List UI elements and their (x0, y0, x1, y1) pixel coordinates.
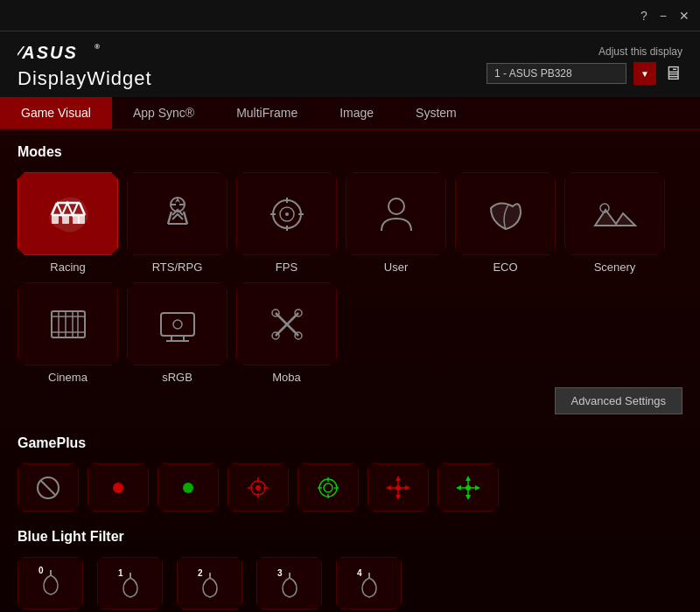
svg-line-35 (41, 481, 55, 495)
blf-level2-btn: 2 (177, 557, 242, 609)
blf-off-btn: 0 (18, 557, 83, 609)
mode-srgb[interactable]: sRGB (127, 282, 228, 384)
mode-fps-label: FPS (276, 261, 298, 274)
svg-text:1: 1 (118, 568, 123, 578)
mode-rts-rpg[interactable]: RTS/RPG (127, 172, 228, 274)
gameplus-dot-green[interactable] (158, 463, 219, 511)
blf-level3-btn: 3 (256, 557, 322, 609)
display-dropdown-row: 1 - ASUS PB328 ▼ 🖥 (486, 62, 682, 85)
svg-marker-59 (466, 476, 471, 481)
mode-eco-icon-box (455, 172, 556, 255)
app-title: DisplayWidget (18, 67, 152, 90)
help-button[interactable]: ? (640, 9, 648, 23)
minimize-button[interactable]: − (660, 9, 667, 23)
header: ⁄ASUS ® DisplayWidget Adjust this displa… (0, 31, 700, 97)
logo-area: ⁄ASUS ® DisplayWidget (18, 40, 152, 90)
mode-rts-rpg-icon-box (127, 172, 228, 255)
tab-image[interactable]: Image (318, 97, 395, 129)
advanced-row: Advanced Settings (18, 394, 682, 423)
mode-fps-icon-box (236, 172, 337, 255)
svg-point-56 (396, 485, 401, 490)
mode-cinema-icon-box (18, 282, 118, 365)
svg-marker-55 (405, 485, 410, 490)
gameplus-crosshair-2[interactable] (298, 463, 359, 511)
blf-level1[interactable]: 1 Level 1 (97, 557, 163, 612)
tab-game-visual[interactable]: Game Visual (0, 97, 112, 129)
mode-eco[interactable]: ECO (455, 172, 556, 274)
svg-text:2: 2 (198, 568, 203, 578)
svg-marker-60 (466, 495, 471, 500)
mode-user-icon-box (346, 172, 446, 255)
nav-tabs: Game Visual App Sync® MultiFrame Image S… (0, 97, 700, 130)
blf-level4[interactable]: 4 Level 4 (336, 557, 402, 612)
svg-marker-53 (396, 495, 401, 500)
svg-marker-54 (386, 485, 391, 490)
gameplus-off[interactable] (18, 463, 79, 511)
mode-fps[interactable]: FPS (236, 172, 337, 274)
mode-srgb-label: sRGB (162, 371, 192, 384)
svg-marker-61 (456, 485, 461, 490)
svg-point-27 (173, 320, 182, 329)
svg-text:⁄ASUS: ⁄ASUS (18, 43, 78, 62)
svg-point-36 (113, 483, 123, 493)
svg-marker-62 (475, 485, 480, 490)
dropdown-arrow-icon[interactable]: ▼ (634, 62, 656, 85)
svg-point-37 (183, 483, 193, 493)
gameplus-row (18, 463, 682, 511)
gameplus-move-1[interactable] (368, 463, 429, 511)
gameplus-crosshair-1[interactable] (228, 463, 289, 511)
display-label: Adjust this display (598, 45, 682, 58)
svg-rect-16 (52, 311, 85, 337)
blf-level3[interactable]: 3 Level 3 (256, 557, 322, 612)
mode-scenery-label: Scenery (594, 261, 636, 274)
blf-level4-btn: 4 (336, 557, 402, 609)
gameplus-move-2[interactable] (438, 463, 499, 511)
mode-racing[interactable]: Racing (18, 172, 118, 274)
svg-point-14 (388, 198, 404, 214)
blf-level2[interactable]: 2 Level 2 (177, 557, 242, 612)
main-content: Modes Racing (0, 130, 700, 612)
advanced-settings-button[interactable]: Advanced Settings (555, 387, 682, 414)
mode-racing-icon-box (18, 172, 118, 255)
svg-rect-23 (161, 313, 194, 336)
mode-moba-label: Moba (272, 371, 301, 384)
svg-text:®: ® (94, 43, 102, 51)
display-dropdown[interactable]: 1 - ASUS PB328 (486, 63, 626, 84)
titlebar: ? − ✕ (0, 0, 700, 31)
mode-moba-icon-box (236, 282, 337, 365)
mode-eco-label: ECO (493, 261, 517, 274)
svg-rect-3 (62, 215, 69, 224)
tab-system[interactable]: System (395, 97, 478, 129)
mode-scenery-icon-box (564, 172, 665, 255)
mode-user-label: User (384, 261, 408, 274)
monitor-icon: 🖥 (663, 62, 682, 85)
blf-row: 0 Off 1 Level 1 (18, 557, 682, 612)
window-controls: ? − ✕ (640, 9, 690, 23)
mode-cinema[interactable]: Cinema (18, 282, 118, 384)
svg-point-45 (324, 483, 332, 492)
blf-off[interactable]: 0 Off (18, 557, 83, 612)
gameplus-dot-red[interactable] (88, 463, 149, 511)
mode-scenery[interactable]: Scenery (564, 172, 665, 274)
svg-rect-2 (52, 215, 59, 224)
blf-title: Blue Light Filter (18, 529, 682, 545)
close-button[interactable]: ✕ (679, 9, 690, 23)
mode-user[interactable]: User (346, 172, 446, 274)
tab-multiframe[interactable]: MultiFrame (215, 97, 318, 129)
mode-srgb-icon-box (127, 282, 228, 365)
modes-title: Modes (18, 144, 682, 160)
svg-rect-5 (78, 215, 85, 224)
svg-point-13 (285, 212, 289, 216)
display-selector: Adjust this display 1 - ASUS PB328 ▼ 🖥 (486, 45, 682, 85)
mode-rts-rpg-label: RTS/RPG (152, 261, 203, 274)
mode-cinema-label: Cinema (48, 371, 88, 384)
mode-moba[interactable]: Moba (236, 282, 337, 384)
svg-marker-52 (396, 476, 401, 481)
mode-racing-label: Racing (50, 261, 85, 274)
modes-grid: Racing RTS/RPG (18, 172, 682, 384)
svg-point-63 (466, 485, 471, 490)
gameplus-title: GamePlus (18, 435, 682, 451)
blf-level1-btn: 1 (97, 557, 163, 609)
tab-app-sync[interactable]: App Sync® (112, 97, 215, 129)
asus-logo: ⁄ASUS ® (18, 40, 152, 67)
